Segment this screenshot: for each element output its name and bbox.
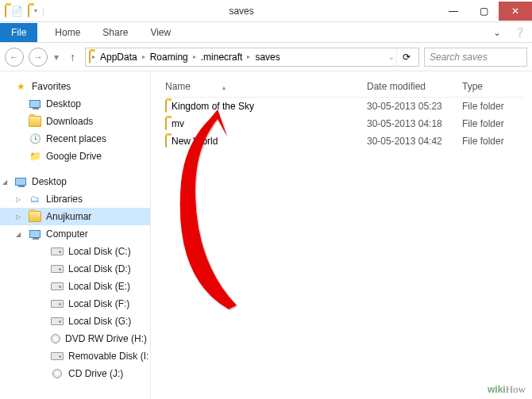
column-type[interactable]: Type (462, 81, 522, 92)
title-bar: 📄 ▾ | saves — ▢ ✕ (0, 0, 532, 22)
sidebar-item-recent[interactable]: 🕓Recent places (0, 130, 150, 148)
file-type: File folder (462, 101, 522, 112)
file-row[interactable]: New World 30-05-2013 04:42 File folder (160, 132, 522, 150)
folder-icon (89, 52, 91, 63)
breadcrumb-seg[interactable]: Roaming (147, 52, 191, 63)
tree-drive[interactable]: Local Disk (E:) (0, 278, 150, 295)
qat-dropdown-icon[interactable]: ▾ (34, 7, 37, 14)
sidebar-item-label: Downloads (46, 116, 93, 127)
drive-icon (51, 263, 64, 275)
chevron-right-icon[interactable]: ▸ (142, 53, 145, 60)
tree-drive[interactable]: Local Disk (D:) (0, 260, 150, 278)
favorites-header[interactable]: ★ Favorites (0, 78, 150, 95)
drive-icon (51, 350, 64, 363)
breadcrumb-seg[interactable]: AppData (97, 52, 141, 63)
tree-drive[interactable]: Local Disk (C:) (0, 243, 150, 260)
sidebar-item-gdrive[interactable]: 📁Google Drive (0, 148, 150, 165)
forward-button[interactable]: → (29, 48, 48, 67)
refresh-icon[interactable]: ⟳ (396, 48, 415, 66)
column-name[interactable]: Name▴ (160, 81, 367, 92)
file-row[interactable]: Kingdom of the Sky 30-05-2013 05:23 File… (160, 98, 522, 115)
help-icon[interactable]: ❔ (507, 27, 532, 38)
tree-collapse-icon[interactable]: ◢ (16, 231, 21, 238)
drive-icon (51, 297, 64, 310)
tree-expand-icon[interactable]: ▷ (16, 213, 21, 221)
minimize-button[interactable]: — (438, 2, 468, 21)
up-button[interactable]: ↑ (65, 51, 80, 63)
column-headers: Name▴ Date modified Type (160, 78, 522, 98)
tree-desktop[interactable]: ◢ Desktop (0, 173, 150, 190)
file-tab[interactable]: File (0, 23, 37, 42)
tree-dvd-drive[interactable]: DVD RW Drive (H:) (0, 330, 150, 347)
breadcrumb-seg[interactable]: saves (252, 52, 283, 63)
tree-label: Local Disk (D:) (68, 263, 131, 274)
search-input[interactable]: Search saves (424, 48, 527, 67)
tree-label: Local Disk (E:) (68, 281, 130, 292)
tree-collapse-icon[interactable]: ◢ (2, 178, 7, 186)
tree-computer[interactable]: ◢ Computer (0, 225, 150, 243)
navigation-pane: ★ Favorites Desktop Downloads 🕓Recent pl… (0, 71, 151, 399)
file-date: 30-05-2013 04:42 (367, 136, 462, 147)
sidebar-item-label: Recent places (46, 133, 106, 144)
recent-icon: 🕓 (29, 132, 41, 145)
file-list: Name▴ Date modified Type Kingdom of the … (151, 71, 532, 399)
favorites-label: Favorites (32, 81, 71, 92)
address-dropdown-icon[interactable]: ⌄ (388, 53, 395, 61)
folder-icon (29, 115, 41, 128)
folder-icon (165, 101, 167, 112)
tree-removable-disk[interactable]: Removable Disk (I: (0, 347, 150, 365)
file-type: File folder (462, 118, 522, 129)
qat-new-icon[interactable]: 📄 (11, 6, 23, 17)
star-icon: ★ (14, 80, 27, 93)
ribbon-expand-icon[interactable]: ⌄ (487, 27, 507, 38)
back-button[interactable]: ← (5, 48, 24, 67)
tree-label: Libraries (46, 194, 83, 205)
tree-label: Local Disk (C:) (68, 246, 131, 257)
desktop-icon (14, 175, 27, 188)
tree-user[interactable]: ▷ Anujkumar (0, 208, 150, 225)
sidebar-item-label: Desktop (46, 98, 81, 109)
tree-expand-icon[interactable]: ▷ (16, 196, 21, 203)
close-button[interactable]: ✕ (499, 2, 532, 21)
chevron-right-icon[interactable]: ▸ (193, 53, 196, 60)
file-name: New World (172, 136, 218, 147)
tree-label: Removable Disk (I: (68, 351, 148, 362)
folder-icon (165, 118, 167, 129)
folder-icon (165, 136, 167, 147)
column-date[interactable]: Date modified (367, 81, 462, 92)
tab-view[interactable]: View (139, 23, 182, 42)
tree-cd-drive[interactable]: CD Drive (J:) (0, 365, 150, 382)
history-dropdown-icon[interactable]: ▾ (52, 52, 60, 63)
file-date: 30-05-2013 04:18 (367, 118, 462, 129)
drive-icon (51, 245, 64, 258)
tree-label: Desktop (32, 176, 67, 187)
tree-drive[interactable]: Local Disk (G:) (0, 313, 150, 330)
computer-icon (29, 228, 41, 240)
address-bar: ← → ▾ ↑ ▸ AppData ▸ Roaming ▸ .minecraft… (0, 43, 532, 71)
tree-libraries[interactable]: ▷ 🗂 Libraries (0, 190, 150, 208)
tab-home[interactable]: Home (44, 23, 91, 42)
tab-share[interactable]: Share (91, 23, 139, 42)
sidebar-item-downloads[interactable]: Downloads (0, 113, 150, 130)
tree-label: Computer (46, 228, 88, 240)
breadcrumb[interactable]: ▸ AppData ▸ Roaming ▸ .minecraft ▸ saves… (85, 48, 419, 67)
libraries-icon: 🗂 (29, 193, 41, 205)
tree-drive[interactable]: Local Disk (F:) (0, 295, 150, 313)
tree-label: Local Disk (G:) (68, 316, 131, 327)
dvd-icon (51, 332, 60, 345)
desktop-icon (29, 98, 41, 110)
sidebar-item-desktop[interactable]: Desktop (0, 95, 150, 113)
gdrive-icon: 📁 (29, 150, 41, 163)
maximize-button[interactable]: ▢ (468, 2, 499, 21)
breadcrumb-seg[interactable]: .minecraft (198, 52, 246, 63)
tree-label: Anujkumar (46, 211, 91, 222)
search-placeholder: Search saves (430, 52, 488, 63)
file-name: mv (172, 118, 184, 129)
qat-open-icon[interactable] (28, 6, 29, 17)
chevron-right-icon[interactable]: ▸ (92, 53, 95, 60)
user-folder-icon (29, 210, 41, 223)
chevron-right-icon[interactable]: ▸ (247, 53, 250, 60)
tree-label: DVD RW Drive (H:) (65, 333, 147, 344)
file-row[interactable]: mv 30-05-2013 04:18 File folder (160, 115, 522, 132)
file-type: File folder (462, 136, 522, 147)
